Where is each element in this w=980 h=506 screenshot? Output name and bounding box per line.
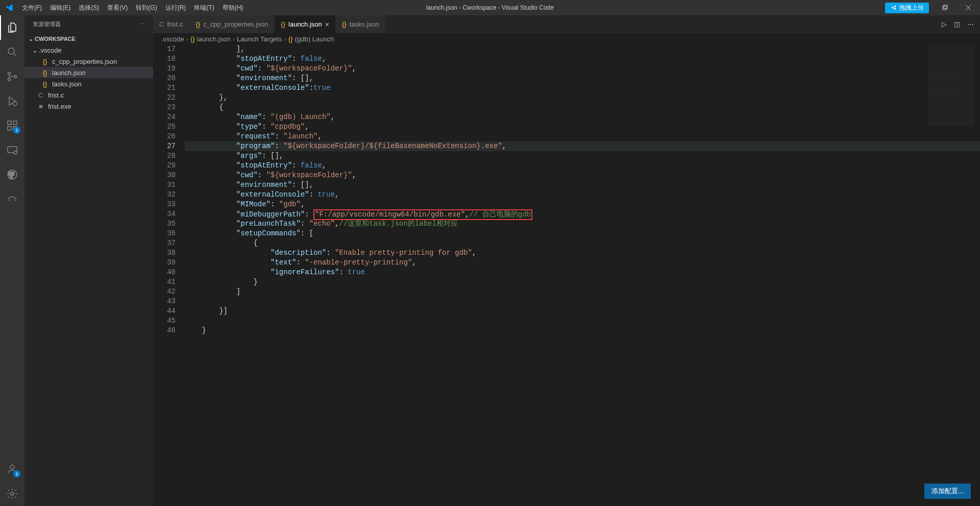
svg-point-9 — [13, 102, 17, 106]
c-file-icon: C — [37, 91, 45, 99]
json-file-icon: {} — [41, 58, 49, 65]
file-tasks-json[interactable]: {} tasks.json — [24, 78, 153, 89]
exe-file-icon: ≡ — [37, 103, 45, 110]
svg-rect-3 — [943, 6, 946, 10]
c-file-icon: C — [159, 20, 164, 28]
extensions-icon[interactable]: 1 — [0, 113, 24, 138]
tab-frist-c[interactable]: C frist.c — [153, 15, 189, 33]
chevron-down-icon: ⌄ — [31, 46, 39, 54]
menu-selection[interactable]: 选择(S) — [75, 0, 103, 15]
file-frist-exe[interactable]: ≡ frist.exe — [24, 101, 153, 112]
workspace-header[interactable]: ⌄ CWORKSPACE — [24, 33, 153, 44]
sidebar: 资源管理器 ⋯ ⌄ CWORKSPACE ⌄ .vscode {} c_cpp_… — [24, 15, 153, 506]
github-icon[interactable] — [0, 162, 24, 187]
run-debug-icon[interactable] — [0, 89, 24, 113]
json-file-icon: {} — [342, 20, 347, 28]
svg-rect-10 — [8, 121, 11, 125]
tab-tasks-json[interactable]: {} tasks.json — [336, 15, 386, 33]
extensions-badge: 1 — [13, 127, 20, 134]
menu-edit[interactable]: 编辑(E) — [46, 0, 75, 15]
svg-point-6 — [8, 73, 11, 75]
settings-gear-icon[interactable] — [0, 481, 24, 506]
breadcrumb[interactable]: .vscode › {} launch.json › Launch Target… — [153, 33, 980, 44]
run-icon[interactable]: ▷ — [942, 20, 947, 28]
svg-point-2 — [894, 8, 896, 10]
menu-run[interactable]: 运行(R) — [161, 0, 190, 15]
tab-launch-json[interactable]: {} launch.json × — [275, 15, 336, 33]
svg-point-0 — [892, 7, 894, 9]
remote-icon[interactable] — [0, 138, 24, 162]
account-icon[interactable]: 1 — [0, 457, 24, 481]
svg-rect-11 — [8, 127, 11, 130]
svg-point-1 — [894, 6, 896, 7]
json-file-icon: {} — [195, 20, 200, 28]
svg-rect-13 — [13, 121, 17, 125]
window-title: launch.json - Cworkspace - Visual Studio… — [426, 4, 554, 11]
menu-bar: 文件(F) 编辑(E) 选择(S) 查看(V) 转到(G) 运行(R) 终端(T… — [18, 0, 247, 15]
menu-file[interactable]: 文件(F) — [18, 0, 46, 15]
svg-point-15 — [14, 151, 17, 154]
menu-help[interactable]: 帮助(H) — [218, 0, 248, 15]
json-file-icon: {} — [41, 80, 49, 88]
line-numbers: 1718192021222324252627282930313233343536… — [153, 44, 185, 506]
file-launch-json[interactable]: {} launch.json — [24, 67, 153, 78]
sidebar-header: 资源管理器 ⋯ — [24, 15, 153, 33]
svg-point-8 — [14, 76, 17, 78]
json-object-icon: {} — [288, 35, 293, 43]
restore-window-icon[interactable] — [933, 0, 957, 15]
folder-vscode[interactable]: ⌄ .vscode — [24, 44, 153, 56]
source-control-icon[interactable] — [0, 64, 24, 89]
close-window-icon[interactable] — [957, 0, 980, 15]
menu-view[interactable]: 查看(V) — [103, 0, 132, 15]
json-file-icon: {} — [41, 69, 49, 77]
json-file-icon: {} — [281, 20, 285, 28]
editor-actions: ▷ ◫ ⋯ — [942, 15, 980, 33]
svg-rect-4 — [944, 5, 947, 9]
explorer-icon[interactable] — [0, 15, 24, 40]
svg-point-7 — [8, 79, 11, 81]
svg-point-17 — [10, 465, 14, 469]
close-tab-icon[interactable]: × — [325, 20, 329, 29]
editor-tabs: C frist.c {} c_cpp_properties.json {} la… — [153, 15, 980, 33]
share-icon[interactable] — [0, 187, 24, 211]
code-content[interactable]: ], "stopAtEntry": false, "cwd": "${works… — [185, 44, 980, 506]
split-editor-icon[interactable]: ◫ — [954, 20, 960, 28]
window-controls: 拖拽上传 — [885, 0, 980, 15]
activity-bar: 1 1 — [0, 15, 24, 506]
add-configuration-button[interactable]: 添加配置... — [924, 484, 971, 499]
cloud-upload-button[interactable]: 拖拽上传 — [885, 3, 929, 13]
sidebar-more-icon[interactable]: ⋯ — [139, 21, 145, 28]
titlebar: 文件(F) 编辑(E) 选择(S) 查看(V) 转到(G) 运行(R) 终端(T… — [0, 0, 980, 15]
svg-point-5 — [8, 48, 14, 54]
svg-point-18 — [11, 492, 14, 495]
minimap[interactable] — [928, 44, 974, 126]
menu-go[interactable]: 转到(G) — [132, 0, 161, 15]
editor-area: C frist.c {} c_cpp_properties.json {} la… — [153, 15, 980, 506]
menu-terminal[interactable]: 终端(T) — [190, 0, 218, 15]
search-icon[interactable] — [0, 40, 24, 64]
chevron-down-icon: ⌄ — [27, 36, 35, 42]
editor-body[interactable]: 1718192021222324252627282930313233343536… — [153, 44, 980, 506]
more-actions-icon[interactable]: ⋯ — [967, 20, 974, 28]
file-c-cpp-properties[interactable]: {} c_cpp_properties.json — [24, 56, 153, 67]
file-frist-c[interactable]: C frist.c — [24, 89, 153, 101]
account-badge: 1 — [13, 470, 20, 477]
json-file-icon: {} — [190, 35, 195, 43]
tab-c-cpp-properties[interactable]: {} c_cpp_properties.json — [189, 15, 275, 33]
vscode-logo-icon — [0, 4, 18, 12]
